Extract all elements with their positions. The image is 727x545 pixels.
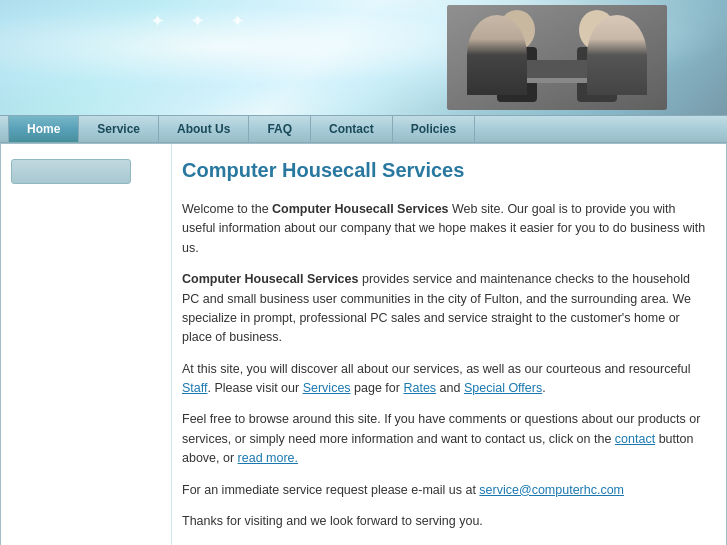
sidebar-element: [11, 159, 131, 184]
nav-item-faq[interactable]: FAQ: [249, 116, 311, 142]
discover-text-end: .: [542, 381, 545, 395]
svg-rect-0: [447, 5, 667, 110]
email-link[interactable]: service@computerhc.com: [479, 483, 624, 497]
discover-text-mid2: page for: [351, 381, 404, 395]
header-image: [447, 5, 667, 110]
stars-decoration: ✦ ✦ ✦: [150, 10, 255, 32]
svg-point-1: [499, 10, 535, 50]
company-name-bold-1: Computer Housecall Services: [272, 202, 448, 216]
welcome-text-pre: Welcome to the: [182, 202, 272, 216]
contact-link[interactable]: contact: [615, 432, 655, 446]
nav-item-policies[interactable]: Policies: [393, 116, 475, 142]
staff-link[interactable]: Staff: [182, 381, 207, 395]
services-link[interactable]: Services: [303, 381, 351, 395]
svg-point-3: [579, 10, 615, 50]
paragraph-services: Computer Housecall Services provides ser…: [182, 270, 706, 348]
paragraph-browse: Feel free to browse around this site. If…: [182, 410, 706, 468]
page-title: Computer Housecall Services: [182, 159, 706, 182]
email-text-pre: For an immediate service request please …: [182, 483, 479, 497]
discover-text-mid3: and: [436, 381, 464, 395]
header-banner: ✦ ✦ ✦: [0, 0, 727, 115]
discover-text-mid: . Please visit our: [207, 381, 302, 395]
nav-item-home[interactable]: Home: [8, 116, 79, 142]
svg-rect-6: [522, 60, 592, 78]
paragraph-email: For an immediate service request please …: [182, 481, 706, 500]
rates-link[interactable]: Rates: [403, 381, 436, 395]
paragraph-thanks: Thanks for visiting and we look forward …: [182, 512, 706, 531]
paragraph-welcome: Welcome to the Computer Housecall Servic…: [182, 200, 706, 258]
nav-item-service[interactable]: Service: [79, 116, 159, 142]
main-container: Computer Housecall Services Welcome to t…: [0, 143, 727, 545]
nav-item-contact[interactable]: Contact: [311, 116, 393, 142]
special-offers-link[interactable]: Special Offers: [464, 381, 542, 395]
content-area: Computer Housecall Services Welcome to t…: [171, 144, 726, 545]
sidebar: [1, 144, 171, 545]
company-name-bold-2: Computer Housecall Services: [182, 272, 358, 286]
nav-item-about[interactable]: About Us: [159, 116, 249, 142]
page-wrapper: ✦ ✦ ✦: [0, 0, 727, 545]
paragraph-discover: At this site, you will discover all abou…: [182, 360, 706, 399]
read-more-link[interactable]: read more.: [238, 451, 298, 465]
discover-text-pre: At this site, you will discover all abou…: [182, 362, 691, 376]
navigation-bar: Home Service About Us FAQ Contact Polici…: [0, 115, 727, 143]
